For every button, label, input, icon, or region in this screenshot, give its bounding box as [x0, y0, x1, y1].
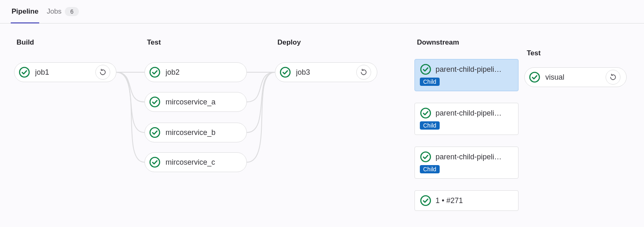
stage-title-build: Build: [17, 38, 34, 47]
job-job2-label: job2: [166, 68, 241, 77]
job-job3[interactable]: job3: [275, 62, 377, 82]
svg-point-3: [150, 128, 159, 137]
retry-button[interactable]: [95, 65, 110, 80]
job-visual-label: visual: [545, 73, 601, 82]
job-microservice-b[interactable]: mircoservice_b: [144, 123, 247, 142]
downstream-card-4[interactable]: 1 • #271: [414, 190, 519, 211]
svg-point-7: [421, 108, 430, 118]
job-job1[interactable]: job1: [14, 62, 116, 82]
svg-point-0: [19, 67, 29, 77]
job-job1-label: job1: [35, 68, 90, 77]
svg-point-8: [421, 152, 430, 161]
downstream-card-1[interactable]: parent-child-pipeli… Child: [414, 59, 519, 91]
status-success-icon: [19, 66, 30, 78]
svg-point-1: [150, 67, 159, 77]
svg-point-10: [530, 72, 539, 82]
status-success-icon: [420, 64, 431, 75]
status-success-icon: [420, 195, 431, 206]
job-microservice-b-label: mircoservice_b: [166, 128, 241, 137]
stage-title-downstream: Downstream: [417, 38, 459, 47]
status-success-icon: [420, 151, 431, 163]
stage-title-test: Test: [147, 38, 161, 47]
graph-connectors: [0, 24, 644, 227]
job-microservice-c[interactable]: mircoservice_c: [144, 152, 247, 172]
stage-title-test2: Test: [527, 49, 541, 57]
retry-button[interactable]: [356, 65, 371, 80]
status-success-icon: [279, 66, 291, 78]
downstream-card-2-title: parent-child-pipeli…: [436, 109, 513, 118]
status-success-icon: [420, 107, 431, 119]
tab-jobs-count: 6: [65, 7, 79, 16]
child-badge: Child: [420, 121, 440, 130]
status-success-icon: [149, 156, 161, 168]
svg-point-5: [280, 67, 290, 77]
downstream-card-3[interactable]: parent-child-pipeli… Child: [414, 147, 519, 179]
stage-title-deploy: Deploy: [277, 38, 301, 47]
job-microservice-a[interactable]: mircoservice_a: [144, 92, 247, 112]
child-badge: Child: [420, 165, 440, 173]
status-success-icon: [149, 66, 161, 78]
tab-jobs-label: Jobs: [47, 7, 62, 16]
tab-pipeline[interactable]: Pipeline: [12, 0, 38, 23]
child-badge: Child: [420, 78, 440, 86]
downstream-card-4-title: 1 • #271: [436, 196, 513, 205]
status-success-icon: [529, 71, 540, 83]
status-success-icon: [149, 127, 161, 138]
tab-pipeline-label: Pipeline: [12, 7, 38, 16]
svg-point-2: [150, 97, 159, 106]
svg-point-6: [421, 64, 430, 74]
svg-point-4: [150, 157, 159, 167]
tab-jobs[interactable]: Jobs 6: [47, 0, 79, 23]
job-job2[interactable]: job2: [144, 62, 247, 82]
job-microservice-a-label: mircoservice_a: [166, 98, 241, 106]
job-job3-label: job3: [296, 68, 351, 77]
retry-button[interactable]: [606, 70, 620, 85]
job-visual[interactable]: visual: [524, 67, 627, 87]
pipeline-graph: Build Test Deploy Downstream Test job1 j…: [0, 24, 644, 227]
downstream-card-3-title: parent-child-pipeli…: [436, 153, 513, 161]
svg-point-9: [421, 196, 430, 205]
downstream-card-1-title: parent-child-pipeli…: [436, 65, 513, 74]
tab-bar: Pipeline Jobs 6: [0, 0, 644, 24]
status-success-icon: [149, 96, 161, 108]
downstream-card-2[interactable]: parent-child-pipeli… Child: [414, 103, 519, 135]
job-microservice-c-label: mircoservice_c: [166, 158, 241, 167]
